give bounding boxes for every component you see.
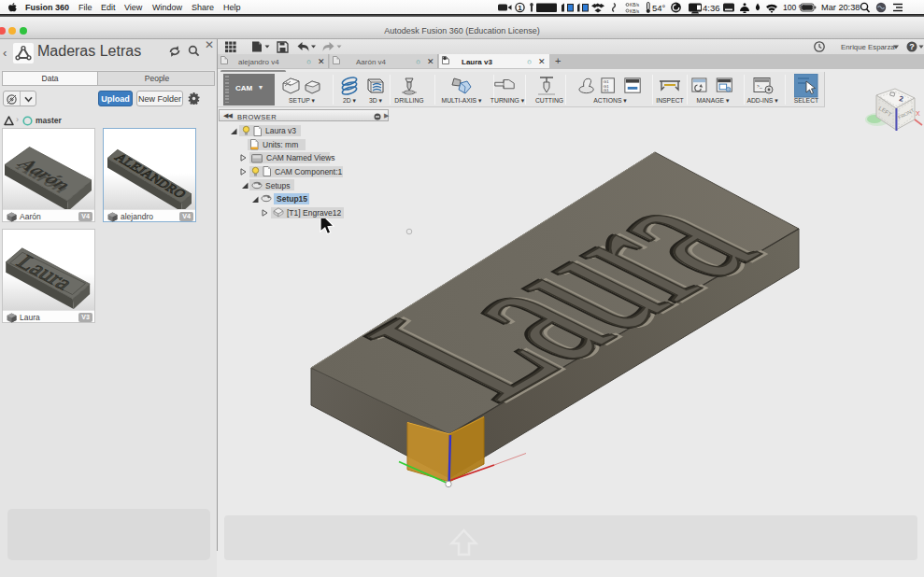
svg-text:1: 1 (518, 4, 522, 12)
svg-text:54°: 54° (652, 3, 666, 13)
svg-text:4:36: 4:36 (703, 3, 720, 13)
svg-text:Enrique Esparza: Enrique Esparza (841, 43, 895, 51)
svg-text:Mar 20:38: Mar 20:38 (821, 3, 860, 12)
svg-text:X: X (916, 110, 920, 117)
svg-text:KB/s: KB/s (630, 3, 640, 7)
svg-text:?: ? (909, 42, 915, 51)
svg-text:KB/s: KB/s (630, 9, 640, 14)
